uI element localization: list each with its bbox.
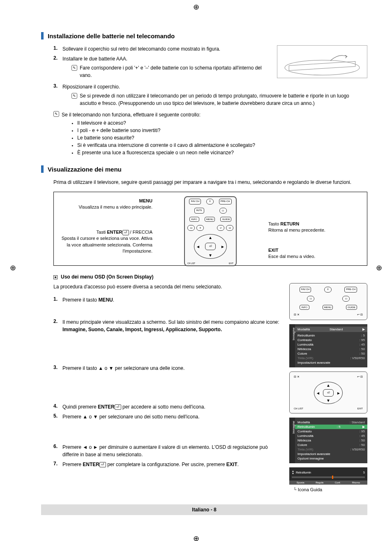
osd-heading: Uso dei menu OSD (On Screen Display)	[53, 274, 367, 280]
tools-button: ✕	[196, 225, 204, 231]
mute-button: MUTE	[194, 208, 204, 214]
osd-row: Impostazioni avanzate	[297, 452, 365, 456]
arrow-right-icon: ▶	[362, 425, 365, 429]
slider-name: Retroillumin	[296, 471, 311, 474]
check-item: I poli - e + delle batterie sono inverti…	[71, 128, 367, 133]
slider-handle-icon	[332, 476, 333, 479]
step-3-note: ✎ Se si prevede di non utilizzare il tel…	[71, 92, 367, 107]
osd-row: Nitidezza: 50	[297, 347, 365, 351]
install-step-1: 1. Sollevare il coperchio sul retro del …	[53, 45, 269, 53]
osd-row: Luminosità: 45	[297, 434, 365, 438]
osd-highlight-row: Retroillumin : 5 ▶	[295, 425, 367, 429]
osd-row: Colore: 50	[297, 443, 365, 447]
remote-drawing-icon	[281, 49, 364, 78]
remote-battery-figure	[277, 45, 367, 78]
osd-step: 5. Premere ▲ o ▼ per selezionare uno dei…	[53, 413, 281, 420]
step-2-note: ✎ Fare corrispondere i poli '+' e '–' de…	[71, 64, 269, 79]
callout-exit: EXIT Esce dal menu a video.	[268, 247, 363, 260]
osd-row: Contrasto: 95	[297, 338, 365, 342]
enter-button: ⏎	[323, 389, 334, 397]
slider-footer: Sposta Regola Conf. Ritorno	[289, 481, 367, 485]
note-icon: ✎	[53, 111, 59, 117]
arrow-down-icon: ▼	[292, 472, 294, 475]
osd-step: 6. Premere ◄ o ► per diminuire o aumenta…	[53, 443, 281, 458]
troubleshoot-list: Il televisore è acceso? I poli - e + del…	[71, 120, 367, 156]
section-2-header: Visualizzazione dei menu	[41, 165, 367, 173]
sub-button: ⊡	[307, 296, 314, 302]
osd-step: 4. Quindi premere ENTER⏎ per accedere ai…	[53, 403, 281, 411]
slider-track	[292, 476, 365, 478]
osd-subsection: Uso dei menu OSD (On Screen Display) FAV…	[53, 274, 367, 492]
guide-icon-label: └ Icona Guida	[293, 487, 367, 492]
prech-button: PRE-CH	[344, 287, 357, 293]
registration-mark-bottom: ⊕	[0, 532, 392, 541]
note-icon: ✎	[71, 65, 77, 71]
step-2-text: Installare le due batterie AAA.	[62, 56, 127, 62]
install-step-3: 3. Riposizionare il coperchio. ✎ Se si p…	[53, 83, 367, 109]
remote-diagram: MENU Visualizza il menu a video principa…	[53, 192, 367, 266]
section-bar-icon	[41, 165, 44, 173]
osd-row: Impostazioni avanzate	[297, 360, 365, 365]
mini-remote-top: FAV.CH 0 PRE-CH ⊡ ⊡ INFO MENU GUIDE ⊟	[289, 283, 367, 320]
osd-row: Retroillumin: 5	[297, 333, 365, 338]
osd-row: Nitidezza: 50	[297, 438, 365, 443]
side-button: ⊟	[187, 225, 195, 231]
check-item: È presente una luce a fluorescenza speci…	[71, 150, 367, 156]
osd-row: Tinta (V/R): V50/R50	[297, 356, 365, 360]
section-1-title: Installazione delle batterie nel telecom…	[48, 33, 175, 39]
arrow-down-icon: ▼	[208, 253, 212, 258]
arrow-right-icon: ►	[337, 391, 341, 395]
prech-button: PRE-CH	[219, 199, 232, 204]
sub-button: ⊡	[219, 208, 227, 214]
registration-mark-top: ⊕	[0, 0, 392, 24]
section-bar-icon	[41, 32, 44, 39]
enter-button: ⏎	[205, 243, 216, 250]
osd-step: 7. Premere ENTER⏎ per completare la conf…	[53, 461, 281, 468]
section-2-body: Prima di utilizzare il televisore, segui…	[53, 179, 367, 492]
mini-remote-dpad: ⊟ ✕↩ ⊟ ▲ ▼ ◄ ► ⏎ CH LISTEXIT	[289, 372, 367, 413]
arrow-up-icon: ▲	[326, 383, 330, 388]
arrow-left-icon: ◄	[196, 244, 200, 249]
dpad: ▲ ▼ ◄ ► ⏎	[194, 234, 227, 259]
zero-button: 0	[324, 287, 332, 293]
callout-return: Tasto RETURN Ritorna al menu precedente.	[268, 221, 363, 234]
check-item: Le batterie sono esaurite?	[71, 135, 367, 141]
osd-row: Colore: 50	[297, 351, 365, 356]
guide-button: GUIDE	[346, 305, 357, 310]
troubleshoot-intro: ✎ Se il telecomando non funziona, effett…	[53, 111, 367, 118]
osd-side-tab: Immagine	[292, 326, 295, 342]
step-3-text: Riposizionare il coperchio.	[62, 84, 120, 90]
menu-button: MENU	[205, 217, 215, 222]
osd-row: Opzioni immagine	[297, 456, 365, 461]
arrow-right-icon: ►	[221, 244, 225, 249]
arrow-left-icon: ◄	[316, 391, 320, 395]
arrow-down-icon: ▼	[326, 398, 330, 403]
side-button: ⊟	[226, 225, 233, 231]
sub-button: ⊡	[342, 296, 350, 302]
enter-icon: ⏎	[122, 230, 129, 235]
square-bullet-icon	[53, 275, 58, 279]
osd-panel-2: Immagine Modalità: Standard Retroillumin…	[289, 418, 367, 463]
section-1-body: 1. Sollevare il coperchio sul retro del …	[53, 45, 367, 156]
check-item: Si è verificata una interruzione di corr…	[71, 142, 367, 148]
page-footer-bar: Italiano - 8	[41, 504, 367, 515]
callout-menu: MENU Visualizza il menu a video principa…	[58, 198, 152, 211]
svg-point-0	[285, 60, 360, 75]
favch-button: FAV.CH	[189, 199, 201, 204]
osd-figures-column: FAV.CH 0 PRE-CH ⊡ ⊡ INFO MENU GUIDE ⊟	[289, 283, 367, 492]
note-icon: ✎	[71, 93, 77, 99]
osd-row: Modalità: Standard	[297, 420, 365, 425]
slider-panel: ▲▼ Retroillumin 5 Sposta Regola Conf. Ri…	[289, 467, 367, 485]
osd-header-row: Modalità Standard ▶	[295, 327, 367, 332]
check-item: Il televisore è acceso?	[71, 120, 367, 126]
enter-icon: ⏎	[99, 462, 106, 467]
arrow-up-icon: ▲	[208, 235, 212, 240]
section-2-intro: Prima di utilizzare il televisore, segui…	[53, 179, 367, 186]
osd-panel-1: Immagine Modalità Standard ▶ Retroillumi…	[289, 324, 367, 367]
section-1-header: Installazione delle batterie nel telecom…	[41, 32, 367, 39]
exit-label: EXIT	[229, 262, 233, 265]
osd-row: Luminosità: 45	[297, 342, 365, 347]
install-step-2: 2. Installare le due batterie AAA. ✎ Far…	[53, 55, 269, 81]
enter-icon: ⏎	[115, 404, 121, 410]
info-button: INFO	[300, 305, 309, 310]
